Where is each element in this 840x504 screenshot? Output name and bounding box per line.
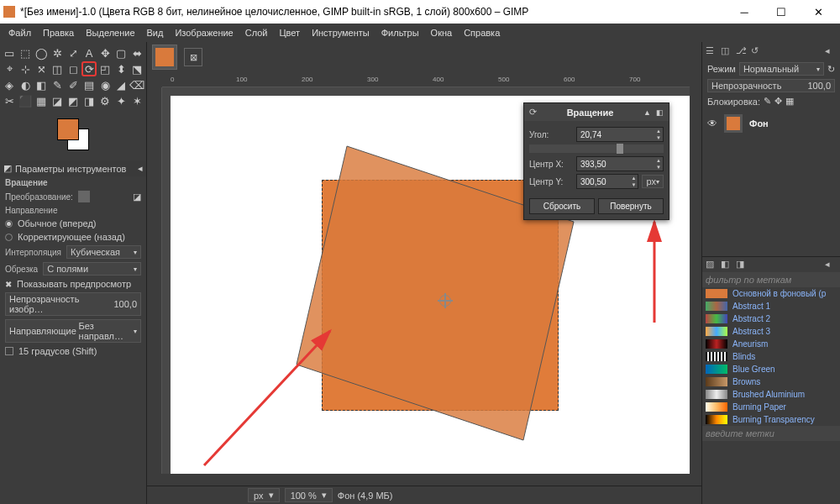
reset-button[interactable]: Сбросить — [529, 198, 595, 214]
tool-button-7[interactable]: ▢ — [113, 45, 129, 60]
menu-цвет[interactable]: Цвет — [274, 26, 305, 39]
tool-button-29[interactable]: ▦ — [34, 93, 49, 108]
tool-button-3[interactable]: ✲ — [50, 45, 65, 60]
rotate-button[interactable]: Повернуть — [598, 198, 664, 214]
tool-button-15[interactable]: ◰ — [97, 61, 113, 76]
gradient-row[interactable]: Abstract 1 — [702, 300, 840, 312]
fifteen-deg-check[interactable]: 15 градусов (Shift) — [0, 344, 146, 358]
unit-combo[interactable]: px▾ — [642, 175, 664, 188]
layer-opacity-row[interactable]: Непрозрачность100,0 — [702, 77, 840, 94]
direction-corrective-radio[interactable]: Корректирующее (назад) — [0, 230, 146, 244]
zoom-combo[interactable]: 100 %▾ — [285, 488, 333, 502]
tool-button-24[interactable]: ◉ — [97, 77, 113, 92]
tool-button-19[interactable]: ◐ — [18, 77, 33, 92]
tool-button-11[interactable]: ⤧ — [34, 61, 49, 76]
angle-slider[interactable] — [529, 144, 664, 153]
transform-path-icon[interactable]: ◪ — [133, 192, 141, 202]
close-image-icon[interactable]: ⊠ — [184, 48, 202, 66]
gradient-row[interactable]: Browns — [702, 375, 840, 388]
gradient-row[interactable]: Основной в фоновый (р — [702, 287, 840, 300]
menu-инструменты[interactable]: Инструменты — [307, 26, 375, 39]
clipping-row[interactable]: Обрезка С полями▾ — [0, 260, 146, 277]
center-y-input[interactable]: ▲▼ — [576, 174, 638, 189]
gradient-row[interactable]: Blue Green — [702, 363, 840, 375]
tool-button-30[interactable]: ◪ — [50, 93, 65, 108]
gradient-row[interactable]: Abstract 3 — [702, 325, 840, 338]
interpolation-row[interactable]: Интерполяция Кубическая▾ — [0, 244, 146, 260]
angle-input[interactable]: ▲▼ — [576, 127, 664, 142]
menu-справка[interactable]: Справка — [459, 26, 505, 39]
rotate-dialog[interactable]: ⟳ Вращение ▲ ◧ Угол: ▲▼ Центр X: ▲ — [523, 102, 669, 220]
image-opacity-row[interactable]: Непрозрачность изобр…100,0 — [0, 291, 146, 318]
maximize-button[interactable]: ☐ — [763, 0, 800, 24]
tool-button-21[interactable]: ✎ — [50, 77, 65, 92]
tag-entry-input[interactable]: введите метки — [702, 426, 840, 441]
gradient-row[interactable]: Brushed Aluminium — [702, 388, 840, 401]
tool-button-17[interactable]: ⬔ — [129, 61, 144, 76]
tool-button-12[interactable]: ◫ — [50, 61, 65, 76]
close-button[interactable]: ✕ — [800, 0, 837, 24]
rotation-center-handle[interactable] — [438, 293, 453, 308]
tool-button-23[interactable]: ▤ — [81, 77, 97, 92]
tool-button-5[interactable]: A — [81, 45, 97, 60]
gradient-row[interactable]: Burning Transparency — [702, 413, 840, 426]
tool-button-18[interactable]: ◈ — [2, 77, 17, 92]
tool-button-10[interactable]: ⊹ — [18, 61, 33, 76]
tool-button-1[interactable]: ⬚ — [18, 45, 33, 60]
menu-выделение[interactable]: Выделение — [81, 26, 139, 39]
collapse-icon[interactable]: ▲ — [643, 108, 651, 117]
minimize-button[interactable]: ─ — [726, 0, 763, 24]
tag-filter-input[interactable]: фильтр по меткам — [702, 272, 840, 287]
gradients-tab-icon[interactable]: ◨ — [736, 259, 748, 270]
image-tab[interactable] — [152, 45, 177, 70]
tool-button-31[interactable]: ◩ — [66, 93, 81, 108]
panel-menu-icon[interactable]: ◂ — [825, 45, 837, 57]
tool-button-6[interactable]: ✥ — [97, 45, 113, 60]
detach-icon[interactable]: ◧ — [656, 108, 664, 117]
tool-button-14[interactable]: ⟳ — [81, 61, 97, 76]
unit-combo[interactable]: px▾ — [248, 488, 280, 502]
tool-button-25[interactable]: ◢ — [113, 77, 129, 92]
mode-switch-icon[interactable]: ↻ — [827, 64, 835, 75]
panel-menu-icon[interactable]: ◂ — [825, 259, 837, 270]
lock-position-icon[interactable]: ✥ — [774, 96, 782, 107]
brushes-tab-icon[interactable]: ▨ — [706, 259, 717, 270]
undo-tab-icon[interactable]: ↺ — [751, 45, 763, 57]
menu-файл[interactable]: Файл — [3, 26, 36, 39]
menu-изображение[interactable]: Изображение — [170, 26, 238, 39]
gradient-row[interactable]: Aneurism — [702, 338, 840, 350]
tool-button-20[interactable]: ◧ — [34, 77, 49, 92]
panel-menu-icon[interactable]: ◂ — [138, 163, 143, 174]
lock-alpha-icon[interactable]: ▦ — [785, 96, 794, 107]
gradient-row[interactable]: Blinds — [702, 350, 840, 363]
tool-button-0[interactable]: ▭ — [2, 45, 17, 60]
visibility-icon[interactable]: 👁 — [707, 118, 717, 129]
tool-button-8[interactable]: ⬌ — [129, 45, 144, 60]
patterns-tab-icon[interactable]: ◧ — [721, 259, 732, 270]
canvas-viewport[interactable]: ⟳ Вращение ▲ ◧ Угол: ▲▼ Центр X: ▲ — [162, 87, 690, 474]
blend-mode-row[interactable]: Режим Нормальный▾ ↻ — [702, 60, 840, 77]
ruler-vertical[interactable] — [147, 87, 162, 474]
menu-слой[interactable]: Слой — [240, 26, 273, 39]
tool-button-32[interactable]: ◨ — [81, 93, 97, 108]
tool-button-2[interactable]: ◯ — [34, 45, 49, 60]
tool-button-28[interactable]: ⬛ — [18, 93, 33, 108]
channels-tab-icon[interactable]: ◫ — [721, 45, 732, 57]
menu-окна[interactable]: Окна — [426, 26, 458, 39]
direction-normal-radio[interactable]: Обычное (вперед) — [0, 217, 146, 230]
center-x-input[interactable]: ▲▼ — [576, 156, 664, 171]
tool-button-13[interactable]: ◻ — [66, 61, 81, 76]
menu-правка[interactable]: Правка — [38, 26, 79, 39]
menu-фильтры[interactable]: Фильтры — [376, 26, 424, 39]
layer-name[interactable]: Фон — [749, 118, 769, 129]
paths-tab-icon[interactable]: ⎇ — [736, 45, 748, 57]
gradient-row[interactable]: Burning Paper — [702, 401, 840, 413]
show-preview-check[interactable]: ✖Показывать предпросмотр — [0, 277, 146, 291]
tool-button-22[interactable]: ✐ — [66, 77, 81, 92]
lock-pixels-icon[interactable]: ✎ — [764, 96, 771, 107]
fg-bg-swatch[interactable] — [0, 112, 146, 160]
tool-button-27[interactable]: ✂ — [2, 93, 17, 108]
tool-button-34[interactable]: ✦ — [113, 93, 129, 108]
tool-button-26[interactable]: ⌫ — [129, 77, 144, 92]
transform-layer-icon[interactable] — [78, 191, 90, 202]
